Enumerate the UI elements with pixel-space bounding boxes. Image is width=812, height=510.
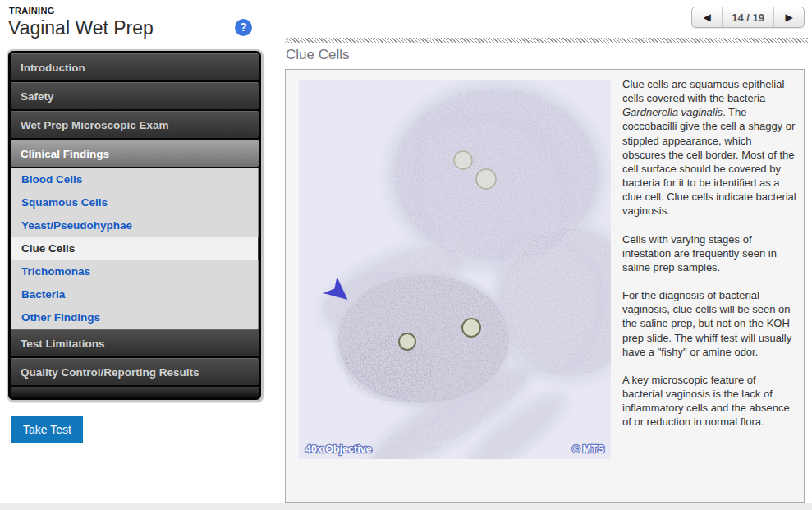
content-heading: Clue Cells — [286, 47, 349, 63]
accordion-footer-bar — [11, 387, 259, 397]
sidebar-item-bacteria[interactable]: Bacteria — [11, 283, 259, 306]
panel-text: Clue cells are squamous epithelial cells… — [622, 77, 796, 443]
nucleus-ring — [454, 151, 472, 169]
nucleus-ring — [399, 333, 415, 350]
sidebar-item-blood-cells[interactable]: Blood Cells — [11, 168, 259, 191]
help-icon[interactable]: ? — [235, 19, 252, 36]
micrograph-image: 40x Objective © MTS — [299, 80, 611, 459]
sidebar-item-trichomonas[interactable]: Trichomonas — [11, 260, 259, 283]
clue-cell-mass — [335, 272, 512, 407]
nucleus-ring — [476, 169, 496, 189]
sidebar-item-clinical-findings[interactable]: Clinical Findings — [11, 140, 259, 167]
sidebar-item-wet-prep-microscopic-exam[interactable]: Wet Prep Microscopic Exam — [11, 111, 259, 138]
sidebar-item-introduction[interactable]: Introduction — [11, 53, 259, 80]
hatched-divider — [285, 38, 808, 43]
previous-page-button[interactable]: ◀ — [692, 7, 722, 27]
sidebar-item-yeast-pseudohyphae[interactable]: Yeast/Pseudohyphae — [11, 214, 259, 237]
sidebar-item-quality-control-reporting-results[interactable]: Quality Control/Reporting Results — [11, 358, 259, 385]
paragraph: For the diagnosis of bacterial vaginosis… — [622, 288, 796, 359]
paragraph: Clue cells are squamous epithelial cells… — [622, 77, 796, 218]
sidebar-items: IntroductionSafetyWet Prep Microscopic E… — [11, 53, 259, 385]
paragraph: Cells with varying stages of infestation… — [622, 232, 796, 274]
sidebar-item-other-findings[interactable]: Other Findings — [11, 306, 259, 329]
footer-strip — [0, 503, 812, 510]
sidebar-item-squamous-cells[interactable]: Squamous Cells — [11, 191, 259, 214]
magnification-label: 40x Objective — [305, 443, 372, 455]
take-test-button[interactable]: Take Test — [11, 416, 83, 443]
sidebar-item-safety[interactable]: Safety — [11, 82, 259, 109]
credit-watermark: © MTS — [572, 443, 604, 455]
pager: ◀ 14 / 19 ▶ — [691, 7, 805, 28]
content-panel: 40x Objective © MTS Clue cells are squam… — [285, 69, 805, 503]
sidebar-item-test-limitations[interactable]: Test Limitations — [11, 329, 259, 356]
page-count: 14 / 19 — [722, 7, 774, 27]
page-title: Vaginal Wet Prep — [8, 17, 154, 39]
sidebar-item-clue-cells[interactable]: Clue Cells — [11, 237, 259, 260]
next-page-button[interactable]: ▶ — [774, 7, 804, 27]
training-page: TRAINING Vaginal Wet Prep ? ◀ 14 / 19 ▶ … — [0, 0, 812, 510]
eyebrow-label: TRAINING — [9, 6, 55, 16]
sidebar-accordion: IntroductionSafetyWet Prep Microscopic E… — [7, 49, 263, 402]
paragraph: A key microscopic feature of bacterial v… — [622, 373, 796, 430]
nucleus-ring — [462, 319, 480, 337]
